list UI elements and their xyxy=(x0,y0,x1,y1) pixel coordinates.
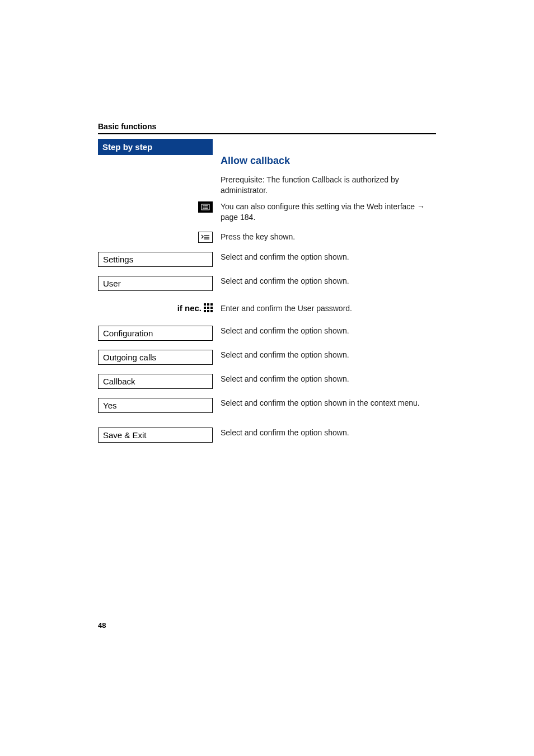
page-number: 48 xyxy=(98,621,106,630)
keypad-icon xyxy=(204,303,213,312)
callback-desc: Select and confirm the option shown. xyxy=(221,374,436,384)
row-press-key: Press the key shown. xyxy=(98,232,436,243)
svg-rect-17 xyxy=(207,310,209,312)
page-title: Allow callback xyxy=(221,139,436,167)
settings-desc: Select and confirm the option shown. xyxy=(221,252,436,262)
menu-yes: Yes xyxy=(98,398,213,413)
webconf-text-b: page 184. xyxy=(221,213,255,222)
step-by-step-banner: Step by step xyxy=(98,139,213,155)
document-page: Basic functions Step by step Allow callb… xyxy=(0,0,534,756)
svg-rect-11 xyxy=(207,303,209,306)
configuration-desc: Select and confirm the option shown. xyxy=(221,326,436,336)
svg-rect-14 xyxy=(207,307,209,309)
svg-rect-10 xyxy=(204,303,206,306)
menu-user: User xyxy=(98,276,213,291)
row-outgoing: Outgoing calls Select and confirm the op… xyxy=(98,350,436,365)
press-key-icon xyxy=(198,232,213,243)
header-columns: Step by step Allow callback Prerequisite… xyxy=(98,139,436,196)
outgoing-desc: Select and confirm the option shown. xyxy=(221,350,436,360)
row-save: Save & Exit Select and confirm the optio… xyxy=(98,428,436,443)
web-interface-icon xyxy=(198,201,213,213)
row-callback: Callback Select and confirm the option s… xyxy=(98,374,436,389)
menu-save-exit: Save & Exit xyxy=(98,428,213,443)
row-yes: Yes Select and confirm the option shown … xyxy=(98,398,436,413)
menu-settings: Settings xyxy=(98,252,213,267)
row-user: User Select and confirm the option shown… xyxy=(98,276,436,291)
webconf-text-a: You can also configure this setting via … xyxy=(221,202,417,211)
save-desc: Select and confirm the option shown. xyxy=(221,428,436,438)
section-header: Basic functions xyxy=(98,122,436,134)
row-configuration: Configuration Select and confirm the opt… xyxy=(98,326,436,341)
arrow-icon: → xyxy=(417,202,425,211)
row-webconf: You can also configure this setting via … xyxy=(98,201,436,223)
row-settings: Settings Select and confirm the option s… xyxy=(98,252,436,267)
menu-configuration: Configuration xyxy=(98,326,213,341)
prerequisite-text: Prerequisite: The function Callback is a… xyxy=(221,175,436,196)
user-desc: Select and confirm the option shown. xyxy=(221,276,436,287)
press-key-text: Press the key shown. xyxy=(221,232,436,242)
svg-rect-16 xyxy=(204,310,206,312)
menu-outgoing-calls: Outgoing calls xyxy=(98,350,213,365)
menu-callback: Callback xyxy=(98,374,213,389)
web-interface-text: You can also configure this setting via … xyxy=(221,201,436,223)
svg-rect-13 xyxy=(204,307,206,309)
if-nec-label-wrap: if nec. xyxy=(177,303,213,313)
yes-desc: Select and confirm the option shown in t… xyxy=(221,398,436,408)
password-desc: Enter and confirm the User password. xyxy=(221,303,436,314)
row-password: if nec. Enter and co xyxy=(98,303,436,314)
if-nec-label: if nec. xyxy=(177,303,202,313)
